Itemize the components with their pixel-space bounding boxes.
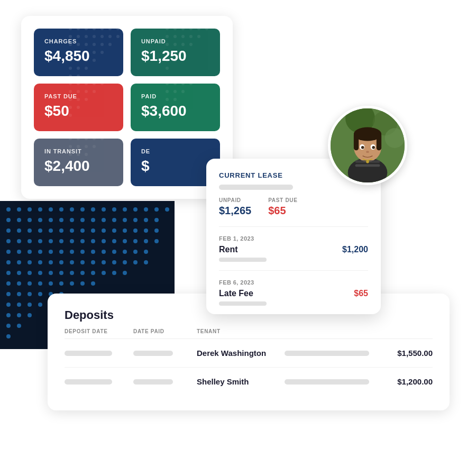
svg-point-130 <box>85 29 88 30</box>
svg-point-93 <box>28 271 32 275</box>
svg-point-148 <box>69 51 72 54</box>
lease-item-rent: FEB 1, 2023 Rent $1,200 <box>219 226 368 270</box>
svg-rect-233 <box>377 133 381 151</box>
svg-point-204 <box>181 90 185 93</box>
late-fee-amount: $65 <box>354 289 368 298</box>
deposit-row-2: Shelley Smith $1,200.00 <box>65 368 433 396</box>
svg-point-172 <box>197 35 200 38</box>
svg-point-28 <box>112 218 116 222</box>
svg-point-46 <box>144 228 148 233</box>
svg-point-27 <box>102 218 106 222</box>
svg-point-136 <box>77 35 80 38</box>
svg-point-201 <box>189 84 193 85</box>
svg-point-99 <box>91 271 95 275</box>
svg-point-14 <box>133 207 138 212</box>
row2-datepaid-placeholder <box>133 379 173 385</box>
late-fee-row: Late Fee $65 <box>219 289 368 298</box>
svg-point-152 <box>100 51 104 54</box>
svg-point-122 <box>6 313 11 317</box>
deposit-row2-amount: $1,200.00 <box>369 377 433 386</box>
svg-point-47 <box>154 228 159 233</box>
svg-point-41 <box>91 228 95 233</box>
svg-point-141 <box>116 35 120 38</box>
svg-point-241 <box>366 160 369 163</box>
deposit-short-label: DE <box>141 148 209 154</box>
lease-past-due: PAST DUE $65 <box>268 197 297 217</box>
svg-point-85 <box>91 260 95 264</box>
svg-point-163 <box>173 29 177 30</box>
svg-point-180 <box>166 59 169 62</box>
svg-point-31 <box>144 218 148 222</box>
lease-past-due-label: PAST DUE <box>268 197 297 203</box>
svg-point-66 <box>38 250 42 254</box>
svg-point-168 <box>166 35 169 38</box>
svg-point-112 <box>6 292 11 296</box>
row1-date-placeholder <box>65 351 112 356</box>
svg-point-109 <box>70 281 74 286</box>
svg-point-73 <box>112 250 116 254</box>
svg-point-45 <box>133 228 138 233</box>
svg-point-114 <box>28 292 32 296</box>
svg-point-65 <box>28 250 32 254</box>
svg-point-124 <box>28 313 32 317</box>
svg-point-106 <box>38 281 42 286</box>
svg-point-137 <box>85 35 88 38</box>
svg-rect-228 <box>355 160 380 180</box>
svg-point-81 <box>49 260 53 264</box>
deposit-row-1: Derek Washington $1,550.00 <box>65 339 433 368</box>
svg-point-162 <box>166 29 169 30</box>
svg-point-138 <box>93 35 96 38</box>
lease-amounts: UNPAID $1,265 PAST DUE $65 <box>219 197 368 217</box>
card-dots-decoration-2 <box>162 29 220 76</box>
svg-point-63 <box>6 250 11 254</box>
card-dots-decoration <box>65 29 123 76</box>
svg-point-181 <box>173 59 177 62</box>
svg-point-216 <box>93 145 96 148</box>
svg-point-98 <box>80 271 85 275</box>
svg-point-212 <box>100 139 104 140</box>
row2-tenant-bar <box>285 379 369 385</box>
svg-point-187 <box>100 84 104 85</box>
deposits-header: DEPOSIT DATE DATE PAID TENANT <box>65 328 433 339</box>
svg-point-74 <box>123 250 127 254</box>
svg-point-60 <box>133 239 138 243</box>
svg-point-90 <box>144 260 148 264</box>
svg-point-56 <box>91 239 95 243</box>
svg-point-20 <box>28 218 32 222</box>
svg-rect-240 <box>355 164 380 167</box>
svg-point-176 <box>189 43 193 46</box>
svg-point-69 <box>70 250 74 254</box>
card-dots-decoration-3 <box>65 84 123 131</box>
svg-point-169 <box>173 35 177 38</box>
svg-point-194 <box>85 98 88 101</box>
svg-point-49 <box>17 239 21 243</box>
svg-point-59 <box>123 239 127 243</box>
tenant-avatar <box>328 106 407 185</box>
svg-point-80 <box>38 260 42 264</box>
svg-point-144 <box>85 43 88 46</box>
svg-point-161 <box>77 75 80 76</box>
svg-point-126 <box>17 324 21 328</box>
svg-point-200 <box>181 84 185 85</box>
svg-point-131 <box>93 29 96 30</box>
svg-point-189 <box>77 90 80 93</box>
svg-point-71 <box>91 250 95 254</box>
svg-point-175 <box>181 43 185 46</box>
svg-point-84 <box>80 260 85 264</box>
svg-point-190 <box>85 90 88 93</box>
svg-point-11 <box>102 207 106 212</box>
svg-point-103 <box>6 281 11 286</box>
svg-point-125 <box>6 324 11 328</box>
svg-point-16 <box>154 207 159 212</box>
svg-point-113 <box>17 292 21 296</box>
svg-point-17 <box>165 207 169 212</box>
svg-point-147 <box>108 43 112 46</box>
svg-point-96 <box>59 271 63 275</box>
svg-point-102 <box>123 271 127 275</box>
svg-point-58 <box>112 239 116 243</box>
svg-point-83 <box>70 260 74 264</box>
svg-point-105 <box>28 281 32 286</box>
svg-point-202 <box>166 90 169 93</box>
svg-point-199 <box>173 84 177 85</box>
svg-point-198 <box>166 84 169 85</box>
